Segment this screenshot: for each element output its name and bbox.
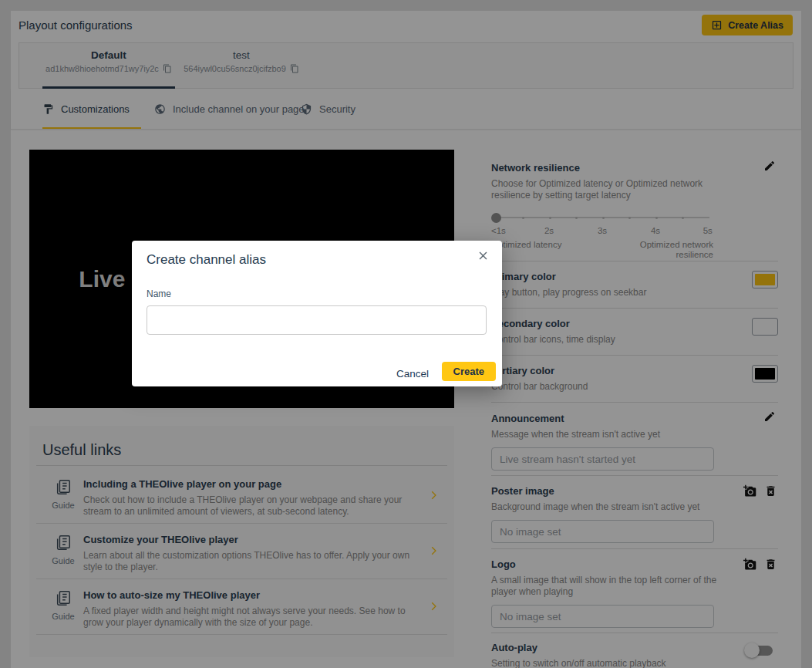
create-alias-modal: Create channel alias Name Cancel Create [132, 241, 502, 386]
page: Playout configurations Create Alias Defa… [0, 0, 812, 668]
close-icon [477, 249, 490, 262]
name-label: Name [147, 288, 171, 299]
cancel-button[interactable]: Cancel [396, 365, 429, 383]
modal-title: Create channel alias [147, 252, 266, 268]
create-button[interactable]: Create [442, 362, 496, 381]
close-button[interactable] [475, 249, 490, 265]
alias-name-input[interactable] [147, 305, 487, 335]
